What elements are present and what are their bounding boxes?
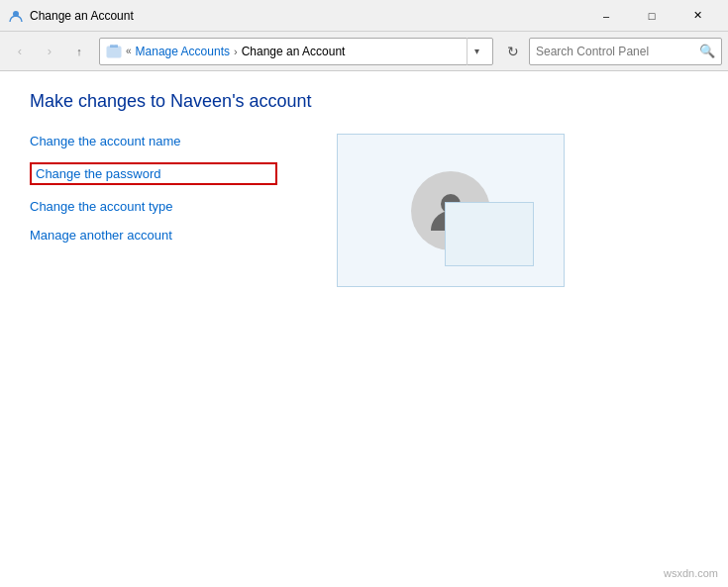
address-chevrons: « xyxy=(126,46,132,56)
up-button[interactable]: ↑ xyxy=(65,38,93,65)
address-manage-accounts[interactable]: Manage Accounts xyxy=(136,45,230,58)
window-controls: – □ ✕ xyxy=(583,0,720,32)
close-button[interactable]: ✕ xyxy=(675,0,720,32)
refresh-button[interactable]: ↻ xyxy=(499,38,527,65)
address-dropdown-button[interactable]: ▾ xyxy=(467,38,486,65)
search-box: 🔍 xyxy=(529,38,722,65)
page-heading: Make changes to Naveen's account xyxy=(30,91,698,112)
address-separator: › xyxy=(234,46,238,57)
change-password-link[interactable]: Change the password xyxy=(30,162,277,185)
address-path: Manage Accounts › Change an Account xyxy=(136,45,463,58)
address-bar: « Manage Accounts › Change an Account ▾ xyxy=(99,38,493,65)
svg-rect-3 xyxy=(114,45,118,48)
forward-button[interactable]: › xyxy=(36,38,63,65)
search-button[interactable]: 🔍 xyxy=(699,44,715,58)
navigation-bar: ‹ › ↑ « Manage Accounts › Change an Acco… xyxy=(0,32,728,71)
svg-rect-2 xyxy=(110,45,114,48)
avatar-area xyxy=(337,134,565,287)
avatar-overlay-box xyxy=(445,202,534,266)
watermark: wsxdn.com xyxy=(664,567,718,579)
svg-rect-1 xyxy=(107,47,121,57)
content-area: Change the account name Change the passw… xyxy=(30,134,698,287)
maximize-button[interactable]: □ xyxy=(629,0,675,32)
change-account-type-link[interactable]: Change the account type xyxy=(30,199,277,214)
address-current: Change an Account xyxy=(242,45,346,58)
address-icon xyxy=(106,44,122,59)
title-bar: Change an Account – □ ✕ xyxy=(0,0,728,32)
change-account-name-link[interactable]: Change the account name xyxy=(30,134,277,148)
app-icon xyxy=(8,8,24,24)
avatar-container xyxy=(337,134,565,287)
window-title: Change an Account xyxy=(30,9,583,23)
back-button[interactable]: ‹ xyxy=(6,38,34,65)
manage-another-account-link[interactable]: Manage another account xyxy=(30,228,277,243)
main-content: Make changes to Naveen's account Change … xyxy=(0,71,728,587)
minimize-button[interactable]: – xyxy=(583,0,629,32)
search-input[interactable] xyxy=(536,45,695,58)
links-panel: Change the account name Change the passw… xyxy=(30,134,277,287)
